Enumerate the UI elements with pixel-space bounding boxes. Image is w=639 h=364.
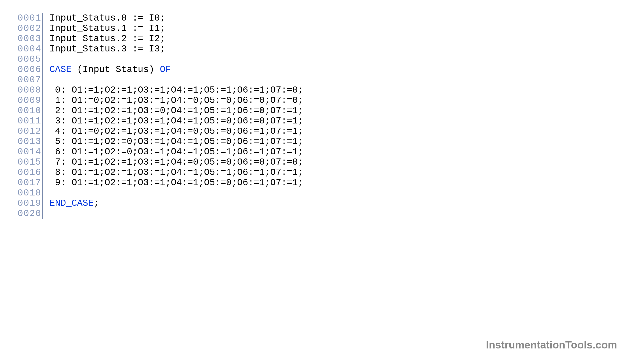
line-number: 0002 <box>18 24 41 34</box>
code-line: 2: O1:=1;O2:=1;O3:=0;O4:=1;O5:=1;O6:=0;O… <box>50 106 303 116</box>
code-line <box>50 208 303 219</box>
line-number: 0009 <box>18 96 41 106</box>
line-number: 0005 <box>18 54 41 64</box>
code-line: Input_Status.0 := I0; <box>50 13 303 24</box>
code-line: Input_Status.2 := I2; <box>50 34 303 44</box>
line-number: 0007 <box>18 75 41 85</box>
code-line: 9: O1:=1;O2:=1;O3:=1;O4:=1;O5:=0;O6:=1;O… <box>50 178 303 188</box>
code-text: Input_Status.3 := I3; <box>50 44 165 54</box>
watermark-text: InstrumentationTools.com <box>486 339 617 351</box>
code-line: Input_Status.3 := I3; <box>50 44 303 54</box>
code-text: ; <box>94 198 99 208</box>
line-number: 0010 <box>18 106 41 116</box>
line-number: 0016 <box>18 168 41 178</box>
code-line <box>50 75 303 85</box>
code-text: 2: O1:=1;O2:=1;O3:=0;O4:=1;O5:=1;O6:=0;O… <box>50 106 303 116</box>
keyword: END_CASE <box>50 198 94 208</box>
code-text: (Input_Status) <box>72 64 160 75</box>
code-text: 0: O1:=1;O2:=1;O3:=1;O4:=1;O5:=1;O6:=1;O… <box>50 85 303 96</box>
code-line: 1: O1:=0;O2:=1;O3:=1;O4:=0;O5:=0;O6:=0;O… <box>50 96 303 106</box>
code-text: 4: O1:=0;O2:=1;O3:=1;O4:=0;O5:=0;O6:=1;O… <box>50 126 303 136</box>
code-text: Input_Status.2 := I2; <box>50 34 165 44</box>
code-line: CASE (Input_Status) OF <box>50 64 303 75</box>
code-line: 3: O1:=1;O2:=1;O3:=1;O4:=1;O5:=0;O6:=0;O… <box>50 116 303 126</box>
code-content: Input_Status.0 := I0;Input_Status.1 := I… <box>43 13 303 219</box>
code-line <box>50 54 303 64</box>
code-text: 5: O1:=1;O2:=0;O3:=1;O4:=1;O5:=0;O6:=1;O… <box>50 136 303 147</box>
code-text: Input_Status.0 := I0; <box>50 13 165 24</box>
line-number: 0001 <box>18 13 41 24</box>
code-line: Input_Status.1 := I1; <box>50 24 303 34</box>
code-line <box>50 188 303 198</box>
line-number: 0015 <box>18 157 41 168</box>
code-line: 5: O1:=1;O2:=0;O3:=1;O4:=1;O5:=0;O6:=1;O… <box>50 136 303 147</box>
code-text: Input_Status.1 := I1; <box>50 23 165 34</box>
code-text: 3: O1:=1;O2:=1;O3:=1;O4:=1;O5:=0;O6:=0;O… <box>50 116 303 126</box>
code-line: 8: O1:=1;O2:=1;O3:=1;O4:=1;O5:=1;O6:=1;O… <box>50 168 303 178</box>
code-text: 6: O1:=1;O2:=0;O3:=1;O4:=1;O5:=1;O6:=1;O… <box>50 147 303 157</box>
line-number: 0006 <box>18 64 41 75</box>
line-number: 0003 <box>18 34 41 44</box>
code-line: 7: O1:=1;O2:=1;O3:=1;O4:=0;O5:=0;O6:=0;O… <box>50 157 303 168</box>
line-number-gutter: 0001000200030004000500060007000800090010… <box>18 13 43 219</box>
line-number: 0011 <box>18 116 41 126</box>
code-editor: 0001000200030004000500060007000800090010… <box>18 13 621 219</box>
code-text: 9: O1:=1;O2:=1;O3:=1;O4:=1;O5:=0;O6:=1;O… <box>50 178 303 188</box>
code-line: 6: O1:=1;O2:=0;O3:=1;O4:=1;O5:=1;O6:=1;O… <box>50 147 303 157</box>
line-number: 0020 <box>18 208 41 219</box>
code-text: 8: O1:=1;O2:=1;O3:=1;O4:=1;O5:=1;O6:=1;O… <box>50 167 303 178</box>
line-number: 0014 <box>18 147 41 157</box>
line-number: 0004 <box>18 44 41 54</box>
code-line: 4: O1:=0;O2:=1;O3:=1;O4:=0;O5:=0;O6:=1;O… <box>50 126 303 136</box>
line-number: 0013 <box>18 136 41 147</box>
keyword: CASE <box>50 64 72 75</box>
line-number: 0019 <box>18 198 41 208</box>
code-text: 7: O1:=1;O2:=1;O3:=1;O4:=0;O5:=0;O6:=0;O… <box>50 157 303 168</box>
code-text: 1: O1:=0;O2:=1;O3:=1;O4:=0;O5:=0;O6:=0;O… <box>50 95 303 106</box>
line-number: 0017 <box>18 178 41 188</box>
code-line: 0: O1:=1;O2:=1;O3:=1;O4:=1;O5:=1;O6:=1;O… <box>50 85 303 96</box>
line-number: 0008 <box>18 85 41 96</box>
line-number: 0018 <box>18 188 41 198</box>
line-number: 0012 <box>18 126 41 136</box>
code-line: END_CASE; <box>50 198 303 208</box>
keyword: OF <box>160 64 171 75</box>
